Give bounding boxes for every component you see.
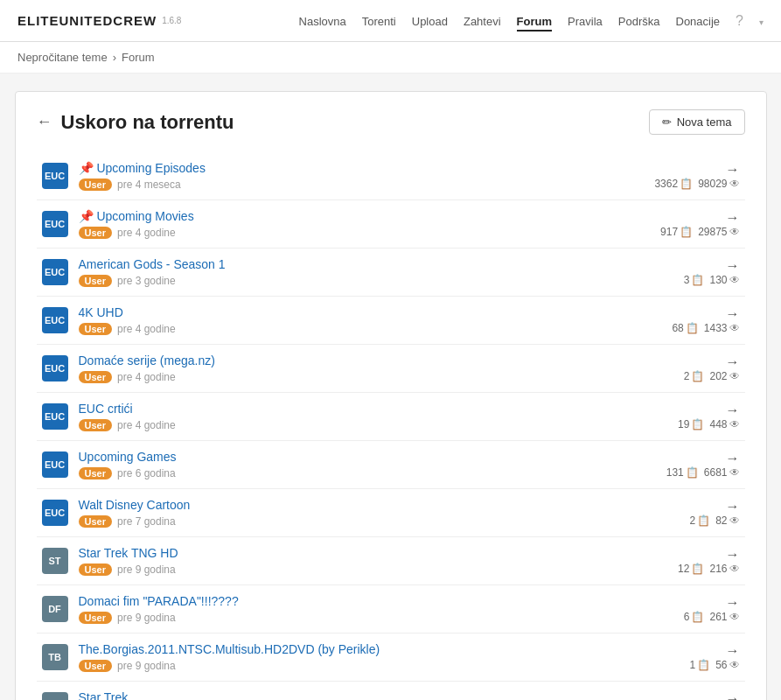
topic-info-cell: Domaci fim "PARADA"!!!???? User pre 9 go… — [73, 585, 640, 634]
user-badge: User — [79, 323, 112, 335]
topic-row: ST Star Trek User pre 9 godina → 13 📋 — [37, 682, 745, 701]
edit-icon: ✏ — [662, 116, 672, 129]
topic-title[interactable]: American Gods - Season 1 — [79, 257, 635, 271]
nav-torenti[interactable]: Torenti — [362, 15, 396, 28]
topic-stats-cell: → 12 📋 216 👁 — [640, 537, 745, 585]
topic-row: DF Domaci fim "PARADA"!!!???? User pre 9… — [37, 585, 745, 634]
topic-title[interactable]: The.Borgias.2011.NTSC.Multisub.HD2DVD (b… — [79, 642, 635, 656]
view-number: 56 — [715, 659, 727, 671]
arrow-right-icon: → — [726, 354, 740, 370]
topic-title[interactable]: Domaće serije (mega.nz) — [79, 354, 635, 368]
topic-time: pre 7 godina — [117, 515, 176, 528]
view-number: 1433 — [704, 322, 728, 334]
view-icon: 👁 — [729, 178, 740, 190]
user-badge: User — [79, 178, 112, 191]
topic-counts: 6 📋 261 👁 — [645, 611, 740, 623]
new-topic-button[interactable]: ✏ Nova tema — [649, 109, 745, 135]
breadcrumb-forum[interactable]: Forum — [122, 51, 155, 64]
back-button[interactable]: ← — [37, 113, 52, 131]
topic-avatar-cell: TB — [37, 634, 73, 682]
topic-counts: 1 📋 56 👁 — [645, 659, 740, 671]
arrow-right-icon: → — [726, 162, 740, 178]
view-number: 98029 — [698, 178, 727, 190]
topic-title[interactable]: 📌 Upcoming Movies — [79, 209, 635, 223]
topic-info-cell: Star Trek User pre 9 godina — [73, 682, 640, 701]
page-title: Uskoro na torrentu — [61, 111, 234, 134]
reply-count: 6 📋 — [684, 611, 705, 623]
main-content: ← Uskoro na torrentu ✏ Nova tema EUC 📌 U… — [15, 91, 767, 700]
topic-time: pre 3 godine — [117, 275, 176, 287]
nav-zahtevi[interactable]: Zahtevi — [464, 15, 501, 28]
view-number: 202 — [709, 370, 727, 382]
arrow-right-icon: → — [726, 402, 740, 418]
reply-count: 2 📋 — [689, 514, 710, 527]
topic-stats-cell: → 131 📋 6681 👁 — [640, 441, 745, 489]
arrow-right-icon: → — [726, 451, 740, 466]
topic-title[interactable]: Upcoming Games — [79, 450, 635, 464]
reply-icon: 📋 — [686, 466, 699, 479]
view-count: 56 👁 — [715, 659, 739, 671]
topic-counts: 3362 📋 98029 👁 — [645, 178, 740, 190]
nav-upload[interactable]: Upload — [412, 15, 448, 28]
topic-info-cell: Star Trek TNG HD User pre 9 godina — [73, 537, 640, 585]
reply-icon: 📋 — [697, 659, 710, 671]
topic-time: pre 6 godina — [117, 467, 176, 480]
help-icon: ? — [736, 13, 743, 28]
breadcrumb: Nepročitane teme › Forum — [0, 42, 781, 74]
site-logo: ELITEUNITEDCREW — [17, 13, 157, 28]
topic-avatar-cell: EUC — [37, 393, 73, 441]
view-number: 216 — [709, 563, 727, 575]
view-count: 448 👁 — [709, 418, 739, 430]
topic-avatar-cell: EUC — [37, 441, 73, 489]
chevron-down-icon: ▾ — [759, 18, 764, 27]
topic-stats: → — [645, 162, 740, 178]
topic-stats-cell: → 19 📋 448 👁 — [640, 393, 745, 441]
nav-forum[interactable]: Forum — [517, 15, 552, 32]
breadcrumb-neprocitane[interactable]: Nepročitane teme — [17, 51, 108, 64]
topic-info-cell: Walt Disney Cartoon User pre 7 godina — [73, 489, 640, 537]
topic-title[interactable]: EUC crtići — [79, 402, 635, 416]
topic-title[interactable]: Walt Disney Cartoon — [79, 498, 635, 512]
nav-naslovna[interactable]: Naslovna — [299, 15, 346, 28]
topic-avatar-cell: ST — [37, 682, 73, 701]
topic-info-cell: Upcoming Games User pre 6 godina — [73, 441, 640, 489]
view-icon: 👁 — [729, 611, 740, 623]
topic-row: EUC 📌 Upcoming Movies User pre 4 godine … — [37, 200, 745, 248]
reply-icon: 📋 — [680, 178, 693, 190]
topic-title[interactable]: Star Trek — [79, 690, 635, 700]
topic-stats: → — [645, 547, 740, 563]
topic-title[interactable]: 📌 Upcoming Episodes — [79, 161, 635, 175]
view-icon: 👁 — [729, 322, 740, 334]
topic-row: TB The.Borgias.2011.NTSC.Multisub.HD2DVD… — [37, 634, 745, 682]
topic-time: pre 9 godina — [117, 660, 176, 672]
topic-title[interactable]: 4K UHD — [79, 305, 635, 319]
topic-stats: → — [645, 306, 740, 322]
reply-icon: 📋 — [691, 418, 704, 430]
reply-count: 1 📋 — [689, 659, 710, 671]
topic-stats: → — [645, 499, 740, 514]
arrow-right-icon: → — [726, 691, 740, 700]
reply-icon: 📋 — [691, 611, 704, 623]
nav-donacije[interactable]: Donacije — [676, 15, 721, 28]
nav-podrska[interactable]: Podrška — [618, 15, 660, 28]
topic-meta: User pre 9 godina — [79, 564, 635, 576]
avatar: DF — [42, 596, 68, 622]
topic-info-cell: Domaće serije (mega.nz) User pre 4 godin… — [73, 345, 640, 393]
reply-count: 68 📋 — [672, 322, 698, 334]
view-count: 98029 👁 — [698, 178, 739, 190]
topic-title[interactable]: Domaci fim "PARADA"!!!???? — [79, 594, 635, 608]
nav-pravila[interactable]: Pravila — [568, 15, 603, 28]
view-count: 130 👁 — [709, 274, 739, 286]
reply-count: 131 📋 — [666, 466, 699, 479]
topic-stats-cell: → 2 📋 82 👁 — [640, 489, 745, 537]
topic-meta: User pre 4 godine — [79, 227, 635, 239]
reply-count: 3 📋 — [684, 274, 705, 286]
avatar: EUC — [42, 259, 68, 285]
topic-meta: User pre 7 godina — [79, 515, 635, 528]
topic-time: pre 4 godine — [117, 371, 176, 383]
topic-title[interactable]: Star Trek TNG HD — [79, 546, 635, 560]
topic-stats-cell: → 68 📋 1433 👁 — [640, 297, 745, 345]
topic-avatar-cell: EUC — [37, 297, 73, 345]
reply-icon: 📋 — [691, 274, 704, 286]
topic-meta: User pre 9 godina — [79, 612, 635, 624]
